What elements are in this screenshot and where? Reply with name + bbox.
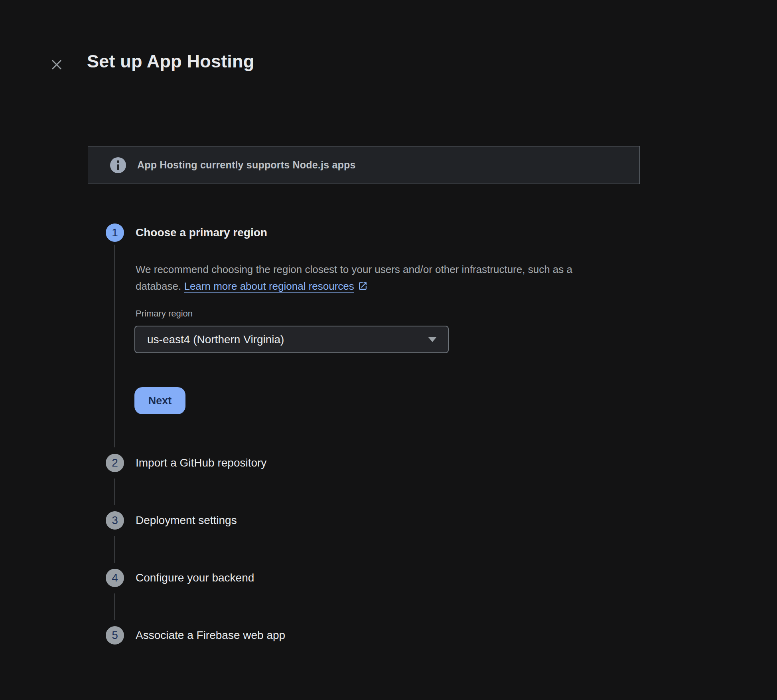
step-indicator-3: 3 [106,511,124,530]
next-button[interactable]: Next [134,387,185,414]
info-banner: App Hosting currently supports Node.js a… [88,146,640,184]
learn-more-link[interactable]: Learn more about regional resources [184,280,367,292]
primary-region-value: us-east4 (Northern Virginia) [147,333,428,346]
step-indicator-4: 4 [106,569,124,587]
close-button[interactable] [47,55,66,74]
step-indicator-1: 1 [106,223,124,242]
step-indicator-2: 2 [106,454,124,472]
step-number: 1 [112,226,118,239]
primary-region-label: Primary region [136,308,193,319]
step-connector [114,479,115,505]
step-title-configure-your-backend: Configure your backend [136,571,254,585]
step-connector [114,593,115,620]
step-title-choose-primary-region: Choose a primary region [136,225,267,240]
step-title-associate-firebase-web-app: Associate a Firebase web app [136,628,285,643]
step-number: 5 [112,629,118,642]
chevron-down-icon [428,337,437,342]
banner-message: App Hosting currently supports Node.js a… [137,159,356,171]
step-title-deployment-settings: Deployment settings [136,513,237,528]
step-connector [114,536,115,563]
external-link-icon [358,281,368,291]
region-description: We recommend choosing the region closest… [136,261,620,295]
step-indicator-5: 5 [106,626,124,645]
info-icon [110,157,126,173]
step-number: 3 [112,514,118,527]
step-title-import-github-repository: Import a GitHub repository [136,456,266,470]
step-connector [114,245,115,447]
close-icon [49,57,64,72]
step-number: 4 [112,571,118,584]
primary-region-select[interactable]: us-east4 (Northern Virginia) [134,326,449,353]
page-title: Set up App Hosting [87,51,254,72]
step-number: 2 [112,457,118,469]
